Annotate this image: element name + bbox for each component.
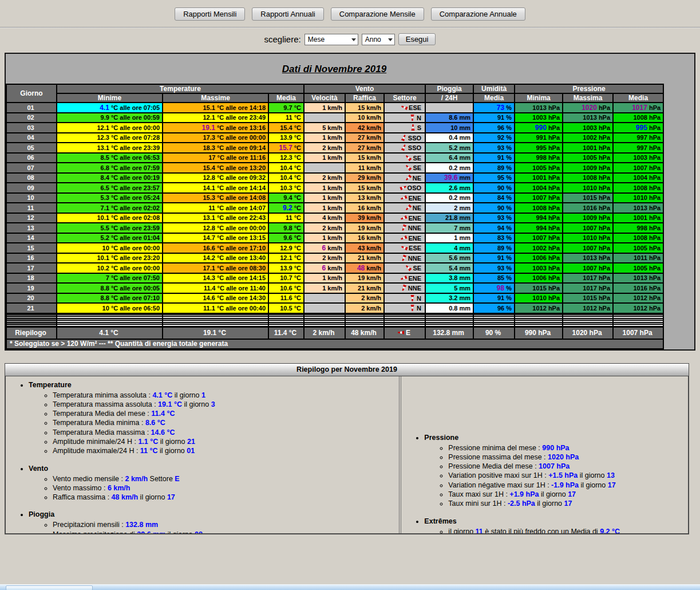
monthly-reports-button[interactable]: Rapporti Mensili <box>175 7 245 21</box>
day-cell: 15 <box>6 243 57 253</box>
temp-max-cell: 13.1 °C alle ore 22:43 <box>163 213 268 223</box>
summary-item: Pressione minima del mese : 990 hPa <box>448 443 688 453</box>
pressione-minima-cell: 1002 hPa <box>515 243 563 253</box>
execute-button[interactable]: Esegui <box>398 33 436 45</box>
day-cell: 02 <box>6 113 57 123</box>
pioggia-cell: 2.6 mm <box>425 183 473 193</box>
temp-min-cell: 6.8 °C alle ore 07:59 <box>57 163 163 173</box>
riepilogo-pressione-media: 1007 hPa <box>613 327 663 339</box>
windsock-icon <box>400 254 408 262</box>
temp-media-cell: 9.2 °C <box>268 203 304 213</box>
pressione-minima-cell: 1004 hPa <box>515 183 563 193</box>
vento-raffica-cell: 19 km/h <box>345 273 384 284</box>
windsock-icon <box>405 204 412 211</box>
report-title: Dati di Novembre 2019 <box>6 54 663 84</box>
vento-settore-cell: NE <box>384 203 425 213</box>
windsock-icon <box>397 329 405 336</box>
vento-velocita-cell: 1 km/h <box>304 133 345 143</box>
temp-media-cell: 9.4 °C <box>268 193 304 203</box>
spacer-cell <box>57 313 163 327</box>
weather-data-table: Giorno Temperature Vento Pioggia Umidità… <box>6 84 664 349</box>
day-cell: 18 <box>6 273 57 284</box>
temp-media-cell: 10.3 °C <box>268 183 304 193</box>
scrollbar-thumb[interactable] <box>6 585 93 590</box>
umidita-cell: 83 % <box>473 233 515 243</box>
pressione-massima-cell: 1003 hPa <box>563 123 613 133</box>
vento-settore-cell: NNE <box>384 253 425 263</box>
vento-velocita-cell: 1 km/h <box>304 183 345 193</box>
windsock-icon <box>409 294 416 302</box>
annual-comparison-button[interactable]: Comparazione Annuale <box>431 7 525 21</box>
vento-raffica-cell: 43 km/h <box>345 243 384 253</box>
vento-settore-cell: N <box>384 303 425 313</box>
vento-settore-cell: S <box>384 123 425 133</box>
summary-item: Amplitude maximale/24 H : 11 °C il giorn… <box>53 446 399 455</box>
pressione-massima-cell: 1005 hPa <box>563 153 613 163</box>
umidita-cell: 93 % <box>473 263 515 273</box>
vento-raffica-cell: 48 km/h <box>345 263 384 273</box>
summary-item: Taux maxi sur 1H : +1.9 hPa il giorno 17 <box>448 490 688 499</box>
col-header-press-media: Media <box>613 93 663 103</box>
year-select[interactable]: Anno <box>362 34 395 45</box>
pressione-media-cell: 1013 hPa <box>613 203 663 213</box>
pressione-media-cell: 1001 hPa <box>613 213 663 223</box>
vento-settore-cell: SE <box>384 163 425 173</box>
temp-min-cell: 10.1 °C alle ore 02:08 <box>57 213 163 223</box>
pressione-minima-cell: 990 hPa <box>515 123 563 133</box>
temp-max-cell: 11.1 °C alle ore 00:40 <box>163 303 268 313</box>
day-cell: 06 <box>6 153 57 163</box>
horizontal-scrollbar[interactable] <box>0 584 700 590</box>
temp-media-cell: 11.6 °C <box>268 293 304 304</box>
group-header-pressione: Pressione <box>515 84 663 93</box>
vento-velocita-cell <box>304 293 345 304</box>
riepilogo-vento-raffica: 48 km/h <box>345 327 384 339</box>
pioggia-cell: 0.2 mm <box>425 193 473 203</box>
summary-section: VentoVento medio mensile : 2 km/h Settor… <box>29 465 399 502</box>
vento-raffica-cell: 15 km/h <box>345 183 384 193</box>
day-cell: 14 <box>6 233 57 243</box>
annual-reports-button[interactable]: Rapporti Annuali <box>252 7 323 21</box>
monthly-comparison-button[interactable]: Comparazione Mensile <box>331 7 424 21</box>
table-row: 1510 °C alle ore 00:0016.6 °C alle ore 1… <box>6 243 663 253</box>
spacer-cell <box>384 313 425 327</box>
vento-velocita-cell: 2 km/h <box>304 173 345 183</box>
pressione-massima-cell: 1013 hPa <box>563 253 613 263</box>
pioggia-cell: 7 mm <box>425 223 473 233</box>
col-header-settore: Settore <box>384 93 425 103</box>
vento-velocita-cell: 1 km/h <box>304 273 345 284</box>
month-select[interactable]: Mese <box>304 34 358 45</box>
col-header-raffica: Raffica <box>345 93 384 103</box>
vento-settore-cell: OSO <box>384 183 425 193</box>
col-header-giorno: Giorno <box>6 84 57 103</box>
pioggia-cell: 3.8 mm <box>425 273 473 284</box>
umidita-cell: 90 % <box>473 183 515 193</box>
pioggia-cell: 8.6 mm <box>425 113 473 123</box>
group-header-pioggia: Pioggia <box>425 84 473 93</box>
riepilogo-temp-max: 19.1 °C <box>163 327 268 339</box>
umidita-cell: 93 % <box>473 213 515 223</box>
temp-min-cell: 7.1 °C alle ore 02:02 <box>57 203 163 213</box>
table-row: 1710.2 °C alle ore 00:0017.1 °C alle ore… <box>6 263 663 273</box>
temp-max-cell: 11 °C alle ore 14:07 <box>163 203 268 213</box>
pressione-massima-cell: 1015 hPa <box>563 293 613 304</box>
vento-velocita-cell <box>304 303 345 313</box>
day-cell: 10 <box>6 193 57 203</box>
group-header-vento: Vento <box>304 84 425 93</box>
pioggia-cell: 0.4 mm <box>425 133 473 143</box>
day-cell: 20 <box>6 293 57 304</box>
table-row: 105.3 °C alle ore 05:2415.3 °C alle ore … <box>6 193 663 203</box>
summary-item: Precipitazioni mensili : 132.8 mm <box>53 520 399 529</box>
summary-item: il giorno 11 è stato il più freddo con u… <box>448 527 688 534</box>
vento-settore-cell: ESE <box>384 243 425 253</box>
temp-max-cell: 17 °C alle ore 11:16 <box>163 153 268 163</box>
vento-raffica-cell: 21 km/h <box>345 253 384 263</box>
vento-velocita-cell: 1 km/h <box>304 193 345 203</box>
riepilogo-label: Riepilogo <box>6 327 57 339</box>
temp-media-cell: 15.4 °C <box>268 123 304 133</box>
pressione-media-cell: 1004 hPa <box>613 173 663 183</box>
month-select-value: Mese <box>308 36 325 44</box>
day-cell: 07 <box>6 163 57 173</box>
pioggia-cell: 6.4 mm <box>425 153 473 163</box>
pioggia-cell: 5.6 mm <box>425 253 473 263</box>
pioggia-cell: 4 mm <box>425 243 473 253</box>
